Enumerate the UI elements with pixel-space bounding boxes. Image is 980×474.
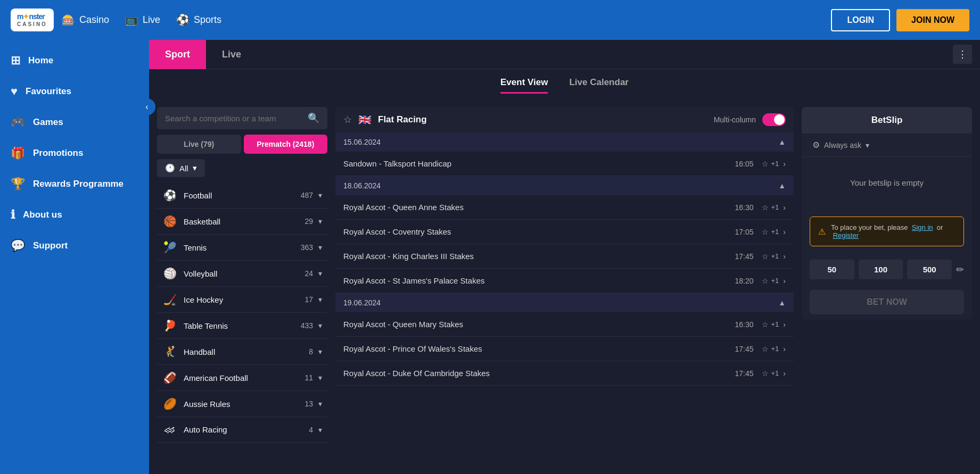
event-extras: +1: [771, 160, 779, 168]
sport-row-basketball[interactable]: 🏀 Basketball 29 ▾: [157, 209, 327, 235]
event-name: Royal Ascot - Coventry Stakes: [343, 227, 735, 236]
chevron-up-icon: ▲: [778, 181, 786, 190]
event-star-icon[interactable]: ☆: [762, 369, 769, 378]
chevron-down-icon: ▾: [318, 373, 322, 382]
event-star-icon[interactable]: ☆: [762, 252, 769, 261]
live-tab-button[interactable]: Live (79): [157, 135, 241, 154]
register-link[interactable]: Register: [833, 231, 859, 239]
nav-sports[interactable]: ⚽ Sports: [176, 13, 221, 26]
live-prematch-tabs: Live (79) Prematch (2418): [157, 135, 327, 154]
betslip-panel: BetSlip ⚙ Always ask ▾ Your betslip is e…: [802, 107, 972, 320]
event-row[interactable]: Royal Ascot - Coventry Stakes 17:05 ☆ +1…: [335, 220, 794, 244]
sidebar-item-about[interactable]: ℹ About us: [0, 199, 149, 230]
event-star-icon[interactable]: ☆: [762, 277, 769, 285]
sport-list: ⚽ Football 487 ▾ 🏀 Basketball 29 ▾ 🎾 Ten…: [157, 182, 327, 469]
event-chevron-right-icon[interactable]: ›: [783, 228, 786, 236]
betslip-empty-message: Your betslip is empty: [802, 157, 972, 209]
chevron-down-icon: ▾: [318, 347, 322, 356]
sport-row-american-football[interactable]: 🏈 American Football 11 ▾: [157, 365, 327, 391]
event-section-title: Flat Racing: [378, 114, 707, 125]
event-name: Sandown - Talksport Handicap: [343, 159, 735, 168]
sidebar-item-home[interactable]: ⊞ Home: [0, 45, 149, 76]
event-chevron-right-icon[interactable]: ›: [783, 369, 786, 378]
sport-row-count: 24: [304, 269, 313, 278]
tab-event-view[interactable]: Event View: [500, 77, 548, 94]
event-chevron-right-icon[interactable]: ›: [783, 203, 786, 212]
sidebar-item-games[interactable]: 🎮 Games: [0, 107, 149, 138]
betslip-settings[interactable]: ⚙ Always ask ▾: [802, 134, 972, 157]
sidebar-collapse-button[interactable]: ‹: [138, 98, 155, 115]
stake-500-button[interactable]: 500: [907, 260, 952, 279]
sidebar-item-rewards[interactable]: 🏆 Rewards Programme: [0, 169, 149, 199]
basketball-icon: 🏀: [162, 215, 177, 228]
bet-now-button[interactable]: BET NOW: [810, 290, 964, 314]
event-row[interactable]: Royal Ascot - Queen Anne Stakes 16:30 ☆ …: [335, 195, 794, 220]
logo[interactable]: m✦nster casino: [11, 9, 54, 31]
multi-column-toggle[interactable]: [762, 113, 786, 126]
event-name: Royal Ascot - King Charles III Stakes: [343, 252, 735, 261]
sport-row-auto-racing[interactable]: 🏎 Auto Racing 4 ▾: [157, 417, 327, 443]
date-section[interactable]: 19.06.2024▲: [335, 293, 794, 312]
sport-row-count: 17: [304, 295, 313, 304]
search-icon[interactable]: 🔍: [308, 112, 319, 124]
event-row[interactable]: Royal Ascot - Prince Of Wales's Stakes 1…: [335, 337, 794, 361]
join-button[interactable]: JOIN NOW: [896, 9, 969, 31]
sign-in-link[interactable]: Sign in: [912, 223, 933, 231]
sport-row-volleyball[interactable]: 🏐 Volleyball 24 ▾: [157, 261, 327, 287]
login-button[interactable]: LOGIN: [831, 9, 890, 31]
chevron-down-icon: ▾: [318, 243, 322, 252]
event-chevron-right-icon[interactable]: ›: [783, 320, 786, 329]
sport-row-football[interactable]: ⚽ Football 487 ▾: [157, 182, 327, 209]
favourite-star-icon[interactable]: ☆: [343, 114, 352, 126]
handball-icon: 🤾: [162, 345, 177, 358]
event-star-icon[interactable]: ☆: [762, 345, 769, 353]
sport-row-name: Aussie Rules: [184, 400, 304, 409]
event-row[interactable]: Sandown - Talksport Handicap 16:05 ☆ +1 …: [335, 152, 794, 176]
date-sections: 15.06.2024▲ Sandown - Talksport Handicap…: [335, 132, 794, 386]
tab-live-calendar[interactable]: Live Calendar: [569, 77, 629, 94]
event-row[interactable]: Royal Ascot - Queen Mary Stakes 16:30 ☆ …: [335, 312, 794, 337]
tab-sport[interactable]: Sport: [149, 40, 206, 69]
event-star-icon[interactable]: ☆: [762, 320, 769, 329]
aussie-rules-icon: 🏉: [162, 397, 177, 410]
event-time: 17:45: [735, 345, 753, 353]
nav-live[interactable]: 📺 Live: [125, 13, 160, 26]
stake-100-button[interactable]: 100: [859, 260, 903, 279]
sport-row-table-tennis[interactable]: 🏓 Table Tennis 433 ▾: [157, 313, 327, 339]
nav-links: 🎰 Casino 📺 Live ⚽ Sports: [62, 13, 221, 26]
filter-all-dropdown[interactable]: 🕐 All ▾: [157, 159, 205, 177]
sidebar-item-favourites[interactable]: ♥ Favourites: [0, 76, 149, 107]
event-star-icon[interactable]: ☆: [762, 160, 769, 168]
sport-live-tabs: Sport Live ⋮: [149, 40, 980, 69]
sidebar-item-promotions[interactable]: 🎁 Promotions: [0, 138, 149, 169]
sport-row-aussie-rules[interactable]: 🏉 Aussie Rules 13 ▾: [157, 391, 327, 417]
sport-row-name: Volleyball: [184, 269, 304, 278]
search-input[interactable]: [165, 114, 302, 123]
tab-live[interactable]: Live: [206, 40, 257, 69]
event-chevron-right-icon[interactable]: ›: [783, 252, 786, 261]
sport-row-handball[interactable]: 🤾 Handball 8 ▾: [157, 339, 327, 365]
date-section[interactable]: 15.06.2024▲: [335, 132, 794, 152]
event-chevron-right-icon[interactable]: ›: [783, 277, 786, 285]
event-row[interactable]: Royal Ascot - King Charles III Stakes 17…: [335, 244, 794, 269]
stake-edit-button[interactable]: ✏: [956, 264, 964, 276]
event-chevron-right-icon[interactable]: ›: [783, 345, 786, 353]
gear-icon: ⚙: [812, 140, 820, 150]
tab-menu-button[interactable]: ⋮: [953, 45, 972, 64]
nav-casino[interactable]: 🎰 Casino: [62, 13, 109, 26]
event-chevron-right-icon[interactable]: ›: [783, 160, 786, 168]
trophy-icon: 🏆: [11, 177, 25, 191]
prematch-tab-button[interactable]: Prematch (2418): [244, 135, 328, 154]
event-row[interactable]: Royal Ascot - Duke Of Cambridge Stakes 1…: [335, 361, 794, 386]
event-time: 17:45: [735, 369, 753, 378]
sidebar-item-support[interactable]: 💬 Support: [0, 230, 149, 261]
stake-50-button[interactable]: 50: [810, 260, 854, 279]
sport-row-count: 29: [304, 217, 313, 226]
content-area: Sport Live ⋮ Event View Live Calendar 🔍 …: [149, 40, 980, 474]
event-row[interactable]: Royal Ascot - St James's Palace Stakes 1…: [335, 269, 794, 293]
sport-row-tennis[interactable]: 🎾 Tennis 363 ▾: [157, 235, 327, 261]
sport-row-ice-hockey[interactable]: 🏒 Ice Hockey 17 ▾: [157, 287, 327, 313]
date-section[interactable]: 18.06.2024▲: [335, 176, 794, 195]
event-star-icon[interactable]: ☆: [762, 228, 769, 236]
event-star-icon[interactable]: ☆: [762, 203, 769, 212]
